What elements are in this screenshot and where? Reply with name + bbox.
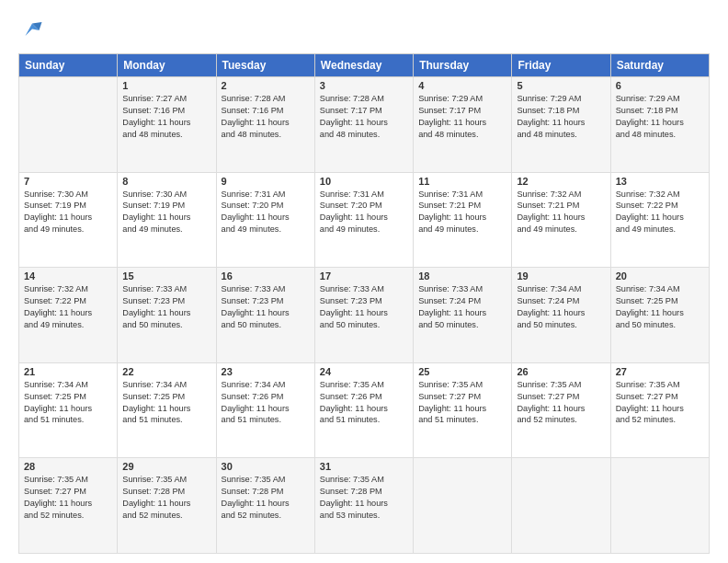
day-number: 1 [122, 80, 210, 91]
cell-text: Sunrise: 7:32 AM Sunset: 7:21 PM Dayligh… [517, 189, 605, 236]
column-header-row: SundayMondayTuesdayWednesdayThursdayFrid… [19, 54, 710, 77]
calendar-cell: 25Sunrise: 7:35 AM Sunset: 7:27 PM Dayli… [414, 362, 512, 458]
cell-text: Sunrise: 7:34 AM Sunset: 7:25 PM Dayligh… [616, 283, 704, 331]
calendar-row: 28Sunrise: 7:35 AM Sunset: 7:27 PM Dayli… [19, 458, 710, 554]
cell-text: Sunrise: 7:35 AM Sunset: 7:27 PM Dayligh… [24, 474, 112, 522]
calendar-row: 21Sunrise: 7:34 AM Sunset: 7:25 PM Dayli… [19, 362, 710, 458]
cell-text: Sunrise: 7:35 AM Sunset: 7:28 PM Dayligh… [122, 474, 210, 522]
cell-text: Sunrise: 7:33 AM Sunset: 7:23 PM Dayligh… [320, 283, 408, 331]
calendar-cell: 30Sunrise: 7:35 AM Sunset: 7:28 PM Dayli… [216, 458, 314, 554]
calendar-cell: 17Sunrise: 7:33 AM Sunset: 7:23 PM Dayli… [314, 268, 413, 363]
cell-text: Sunrise: 7:35 AM Sunset: 7:28 PM Dayligh… [222, 474, 310, 522]
day-number: 14 [24, 270, 112, 282]
cell-text: Sunrise: 7:33 AM Sunset: 7:23 PM Dayligh… [122, 283, 210, 331]
cell-text: Sunrise: 7:35 AM Sunset: 7:27 PM Dayligh… [517, 379, 605, 427]
calendar-cell: 23Sunrise: 7:34 AM Sunset: 7:26 PM Dayli… [216, 362, 314, 458]
cell-text: Sunrise: 7:33 AM Sunset: 7:24 PM Dayligh… [418, 283, 506, 331]
day-number: 27 [616, 366, 704, 377]
logo-bird-icon [18, 17, 46, 44]
calendar-table: SundayMondayTuesdayWednesdayThursdayFrid… [18, 53, 710, 554]
calendar-cell: 4Sunrise: 7:29 AM Sunset: 7:17 PM Daylig… [414, 77, 512, 173]
day-number: 19 [517, 270, 605, 282]
cell-text: Sunrise: 7:29 AM Sunset: 7:17 PM Dayligh… [418, 93, 506, 141]
calendar-cell: 12Sunrise: 7:32 AM Sunset: 7:21 PM Dayli… [512, 172, 610, 268]
day-number: 8 [122, 176, 210, 187]
calendar-cell: 24Sunrise: 7:35 AM Sunset: 7:26 PM Dayli… [314, 362, 413, 458]
column-header-sunday: Sunday [19, 54, 118, 77]
day-number: 12 [517, 176, 605, 187]
day-number: 20 [616, 270, 704, 282]
cell-text: Sunrise: 7:34 AM Sunset: 7:26 PM Dayligh… [222, 379, 310, 427]
day-number: 13 [616, 176, 704, 187]
calendar-cell: 13Sunrise: 7:32 AM Sunset: 7:22 PM Dayli… [610, 172, 709, 268]
calendar-cell [414, 458, 512, 554]
cell-text: Sunrise: 7:35 AM Sunset: 7:28 PM Dayligh… [320, 474, 408, 522]
calendar-cell: 10Sunrise: 7:31 AM Sunset: 7:20 PM Dayli… [314, 172, 413, 268]
day-number: 23 [222, 366, 310, 377]
cell-text: Sunrise: 7:34 AM Sunset: 7:25 PM Dayligh… [122, 379, 210, 427]
calendar-cell: 31Sunrise: 7:35 AM Sunset: 7:28 PM Dayli… [314, 458, 413, 554]
cell-text: Sunrise: 7:30 AM Sunset: 7:19 PM Dayligh… [24, 189, 112, 236]
day-number: 29 [122, 461, 210, 472]
day-number: 18 [418, 270, 506, 282]
column-header-tuesday: Tuesday [216, 54, 314, 77]
column-header-saturday: Saturday [610, 54, 709, 77]
calendar-cell: 9Sunrise: 7:31 AM Sunset: 7:20 PM Daylig… [216, 172, 314, 268]
logo [18, 17, 50, 44]
calendar-cell: 29Sunrise: 7:35 AM Sunset: 7:28 PM Dayli… [118, 458, 216, 554]
calendar-cell: 2Sunrise: 7:28 AM Sunset: 7:16 PM Daylig… [216, 77, 314, 173]
day-number: 11 [418, 176, 506, 187]
day-number: 26 [517, 366, 605, 377]
cell-text: Sunrise: 7:28 AM Sunset: 7:17 PM Dayligh… [320, 93, 408, 141]
calendar-cell: 18Sunrise: 7:33 AM Sunset: 7:24 PM Dayli… [414, 268, 512, 363]
calendar-cell [610, 458, 709, 554]
calendar-cell: 14Sunrise: 7:32 AM Sunset: 7:22 PM Dayli… [19, 268, 118, 363]
day-number: 24 [320, 366, 408, 377]
page: SundayMondayTuesdayWednesdayThursdayFrid… [0, 0, 728, 563]
cell-text: Sunrise: 7:32 AM Sunset: 7:22 PM Dayligh… [24, 283, 112, 331]
day-number: 30 [222, 461, 310, 472]
calendar-cell: 5Sunrise: 7:29 AM Sunset: 7:18 PM Daylig… [512, 77, 610, 173]
day-number: 22 [122, 366, 210, 377]
calendar-cell: 3Sunrise: 7:28 AM Sunset: 7:17 PM Daylig… [314, 77, 413, 173]
calendar-row: 7Sunrise: 7:30 AM Sunset: 7:19 PM Daylig… [19, 172, 710, 268]
calendar-cell [19, 77, 118, 173]
day-number: 4 [418, 80, 506, 91]
day-number: 17 [320, 270, 408, 282]
day-number: 7 [24, 176, 112, 187]
column-header-monday: Monday [118, 54, 216, 77]
cell-text: Sunrise: 7:30 AM Sunset: 7:19 PM Dayligh… [122, 189, 210, 236]
cell-text: Sunrise: 7:29 AM Sunset: 7:18 PM Dayligh… [616, 93, 704, 141]
calendar-cell: 27Sunrise: 7:35 AM Sunset: 7:27 PM Dayli… [610, 362, 709, 458]
calendar-cell: 21Sunrise: 7:34 AM Sunset: 7:25 PM Dayli… [19, 362, 118, 458]
day-number: 10 [320, 176, 408, 187]
cell-text: Sunrise: 7:35 AM Sunset: 7:27 PM Dayligh… [418, 379, 506, 427]
cell-text: Sunrise: 7:31 AM Sunset: 7:20 PM Dayligh… [320, 189, 408, 236]
cell-text: Sunrise: 7:35 AM Sunset: 7:27 PM Dayligh… [616, 379, 704, 427]
column-header-thursday: Thursday [414, 54, 512, 77]
calendar-cell [512, 458, 610, 554]
calendar-cell: 8Sunrise: 7:30 AM Sunset: 7:19 PM Daylig… [118, 172, 216, 268]
calendar-cell: 26Sunrise: 7:35 AM Sunset: 7:27 PM Dayli… [512, 362, 610, 458]
day-number: 2 [222, 80, 310, 91]
column-header-friday: Friday [512, 54, 610, 77]
calendar-row: 1Sunrise: 7:27 AM Sunset: 7:16 PM Daylig… [19, 77, 710, 173]
calendar-row: 14Sunrise: 7:32 AM Sunset: 7:22 PM Dayli… [19, 268, 710, 363]
cell-text: Sunrise: 7:28 AM Sunset: 7:16 PM Dayligh… [222, 93, 310, 141]
day-number: 16 [222, 270, 310, 282]
calendar-cell: 7Sunrise: 7:30 AM Sunset: 7:19 PM Daylig… [19, 172, 118, 268]
calendar-cell: 1Sunrise: 7:27 AM Sunset: 7:16 PM Daylig… [118, 77, 216, 173]
day-number: 28 [24, 461, 112, 472]
cell-text: Sunrise: 7:31 AM Sunset: 7:21 PM Dayligh… [418, 189, 506, 236]
calendar-cell: 20Sunrise: 7:34 AM Sunset: 7:25 PM Dayli… [610, 268, 709, 363]
day-number: 31 [320, 461, 408, 472]
day-number: 6 [616, 80, 704, 91]
cell-text: Sunrise: 7:34 AM Sunset: 7:24 PM Dayligh… [517, 283, 605, 331]
calendar-cell: 19Sunrise: 7:34 AM Sunset: 7:24 PM Dayli… [512, 268, 610, 363]
calendar-cell: 16Sunrise: 7:33 AM Sunset: 7:23 PM Dayli… [216, 268, 314, 363]
calendar-cell: 22Sunrise: 7:34 AM Sunset: 7:25 PM Dayli… [118, 362, 216, 458]
calendar-cell: 15Sunrise: 7:33 AM Sunset: 7:23 PM Dayli… [118, 268, 216, 363]
cell-text: Sunrise: 7:33 AM Sunset: 7:23 PM Dayligh… [222, 283, 310, 331]
day-number: 3 [320, 80, 408, 91]
cell-text: Sunrise: 7:29 AM Sunset: 7:18 PM Dayligh… [517, 93, 605, 141]
